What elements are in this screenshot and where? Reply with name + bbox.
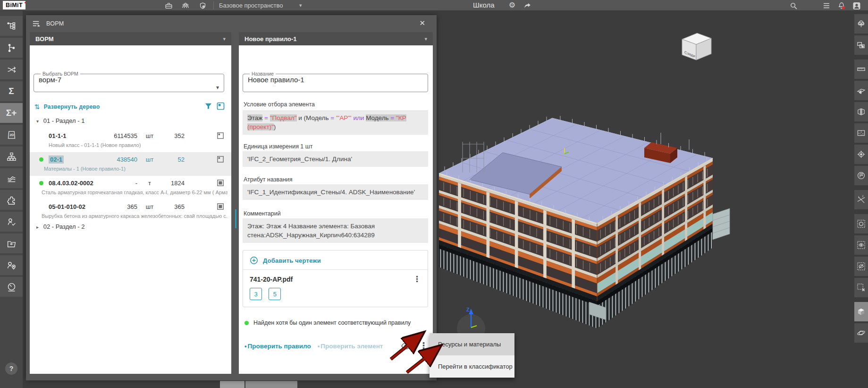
sidebar-item-approvals[interactable] — [0, 212, 23, 232]
view-cube[interactable]: Сзади Слева — [676, 29, 716, 63]
workspace-selector[interactable]: Базовое пространство — [219, 2, 283, 9]
sidebar-item-plugins[interactable] — [0, 190, 23, 210]
section-box-icon — [857, 107, 866, 116]
avatar-icon — [852, 1, 861, 10]
sidebar-item-links[interactable] — [0, 60, 23, 79]
status-dot — [39, 181, 43, 185]
list-icon — [822, 1, 831, 10]
sidebar-item-export[interactable] — [0, 233, 23, 253]
row-count: 352 — [162, 132, 185, 139]
row-subtitle: Новый класс - 01-1-1 (Новое правило) — [49, 142, 228, 148]
focus-target-button[interactable] — [854, 145, 868, 164]
comment-box[interactable]: Этаж: Этаж 4 Название элемента: Базовая … — [243, 218, 428, 243]
team-button[interactable] — [181, 1, 190, 10]
column-settings-icon[interactable] — [217, 102, 225, 110]
versions-icon — [7, 43, 17, 53]
search-button[interactable] — [789, 1, 798, 10]
tree-group[interactable]: ▾ 01 - Раздел - 1 — [36, 117, 84, 124]
row-unit: шт — [137, 156, 162, 163]
sidebar-item-2d-drawings[interactable]: 2D — [0, 125, 23, 145]
panel-resize-handle[interactable] — [235, 209, 236, 228]
unit-value-box[interactable]: 'IFC_2_Геометрия_Стены/1. Длина' — [243, 151, 428, 167]
ruler-icon — [857, 65, 866, 74]
floor-plan-button[interactable] — [854, 123, 868, 143]
rule-name-field[interactable]: Название Новое правило-1 — [243, 71, 428, 92]
app-logo[interactable]: BiMiT — [3, 1, 25, 9]
file-menu-kebab-icon[interactable]: ⋮ — [413, 276, 421, 283]
axes-grid-button[interactable]: 12 — [854, 190, 868, 209]
help-button[interactable]: ? — [5, 362, 17, 375]
tree-row-selected[interactable]: 02-1 438540 шт 52 Материалы - 1 (Новое п… — [30, 152, 231, 176]
sidebar-item-geo-persons[interactable] — [0, 255, 23, 275]
tree-row[interactable]: 08.4.03.02-0002 - т 1824 Сталь арматурна… — [30, 176, 231, 199]
tree-row[interactable]: 01-1-1 6114535 шт 352 Новый класс - 01-1… — [30, 129, 231, 152]
task-list-button[interactable] — [822, 1, 831, 10]
hide-selection-button[interactable] — [854, 257, 868, 276]
collapse-panel-icon[interactable] — [32, 20, 41, 27]
sidebar-item-model-tree[interactable] — [0, 16, 23, 36]
org-chart-icon — [7, 152, 17, 162]
share-arrow-icon — [523, 2, 531, 10]
check-rule-button[interactable]: •Проверить правило — [244, 343, 311, 350]
chevron-down-icon: ▾ — [223, 36, 226, 42]
row-code: 05-01-010-02 — [49, 203, 94, 210]
sidebar-item-versions[interactable] — [0, 38, 23, 58]
attribute-value-box[interactable]: 'IFC_1_Идентификация_Стены/4. ADSK_Наиме… — [243, 184, 428, 200]
section-plane-button[interactable] — [854, 81, 868, 100]
page-chip[interactable]: 5 — [269, 288, 281, 300]
tree-panel-header-label: ВОРМ — [35, 35, 54, 43]
close-icon[interactable]: ✕ — [419, 19, 425, 27]
window-title: ВОРМ — [46, 20, 64, 27]
rule-panel-header[interactable]: Новое правило-1 ▾ — [239, 32, 433, 45]
workspace-caret-icon[interactable]: ▾ — [299, 2, 302, 9]
condition-box[interactable]: Этаж = "Подвал" и (Модель = '"АР"' или М… — [243, 110, 428, 135]
tree-group-label: 01 - Раздел - 1 — [43, 117, 85, 124]
tree-group[interactable]: ▸ 02 - Раздел - 2 — [36, 223, 84, 230]
bottom-ui-fragment — [245, 381, 297, 388]
model-tree-icon — [7, 21, 17, 31]
section-box-button[interactable] — [854, 102, 868, 121]
row-type-icon — [217, 132, 224, 139]
select-elements-button[interactable] — [854, 35, 868, 55]
share-button[interactable] — [523, 1, 531, 10]
rule-details-panel: Новое правило-1 ▾ Название Новое правило… — [239, 32, 433, 374]
policy-button[interactable] — [198, 1, 207, 10]
show-selection-button[interactable] — [854, 235, 868, 255]
sidebar-item-dashboard[interactable] — [0, 277, 23, 297]
drawing-file-name[interactable]: 741-20-АР.pdf — [250, 276, 293, 283]
tree-row[interactable]: 05-01-010-02 365 шт 365 Вырубка бетона и… — [30, 199, 231, 223]
comment-label: Комментарий — [244, 210, 281, 217]
isolate-button[interactable] — [854, 214, 868, 233]
environment-tree-button[interactable] — [854, 14, 868, 34]
bullet-icon: • — [244, 343, 247, 350]
user-avatar[interactable] — [852, 1, 861, 10]
filter-icon[interactable] — [204, 102, 212, 110]
bopm-select[interactable]: Выбрать ВОРМ ворм-7 ▾ — [34, 71, 224, 92]
row-count: 1824 — [162, 180, 185, 187]
sidebar-item-takeoff[interactable]: Σ — [0, 81, 23, 101]
shaded-view-button[interactable] — [854, 302, 868, 321]
notifications-button[interactable] — [837, 1, 846, 10]
rule-panel-body: Название Новое правило-1 Условие отбора … — [239, 45, 433, 374]
flag-button[interactable] — [854, 166, 868, 185]
sidebar-item-takeoff-rules[interactable]: Σ+ — [0, 103, 23, 123]
project-settings-button[interactable]: ⚙ — [508, 1, 516, 9]
row-quantity: 438540 — [94, 156, 137, 163]
clear-selection-button[interactable] — [854, 278, 868, 297]
page-chip[interactable]: 3 — [250, 288, 262, 300]
add-drawings-button[interactable]: Добавить чертежи — [243, 250, 428, 269]
expand-tree-button[interactable]: ⇅ Развернуть дерево — [34, 103, 100, 111]
tree-group-label: 02 - Раздел - 2 — [43, 223, 85, 230]
sidebar-item-classifier[interactable] — [0, 147, 23, 166]
shaded-cube-icon — [857, 307, 866, 316]
person-check-icon — [7, 217, 17, 227]
check-element-button[interactable]: •Проверить элемент — [318, 343, 383, 350]
orbit-button[interactable] — [854, 323, 868, 343]
bopm-select-value: ворм-7 — [39, 76, 219, 84]
eye-off-icon — [857, 262, 866, 271]
projects-button[interactable] — [164, 1, 173, 10]
tree-panel-header[interactable]: ВОРМ ▾ — [30, 32, 231, 45]
topbar-divider — [213, 1, 214, 9]
sidebar-item-analytics[interactable] — [0, 168, 23, 188]
measure-button[interactable] — [854, 60, 868, 79]
